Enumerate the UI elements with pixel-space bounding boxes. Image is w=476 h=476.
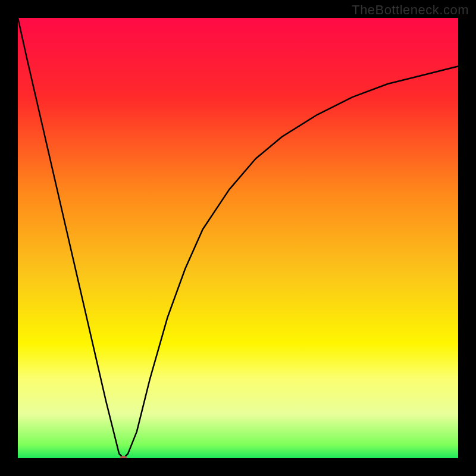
gradient-background — [18, 18, 458, 458]
plot-area — [18, 18, 458, 458]
watermark-text: TheBottleneck.com — [352, 2, 469, 18]
chart-frame: TheBottleneck.com — [0, 0, 476, 476]
chart-svg — [18, 18, 458, 458]
